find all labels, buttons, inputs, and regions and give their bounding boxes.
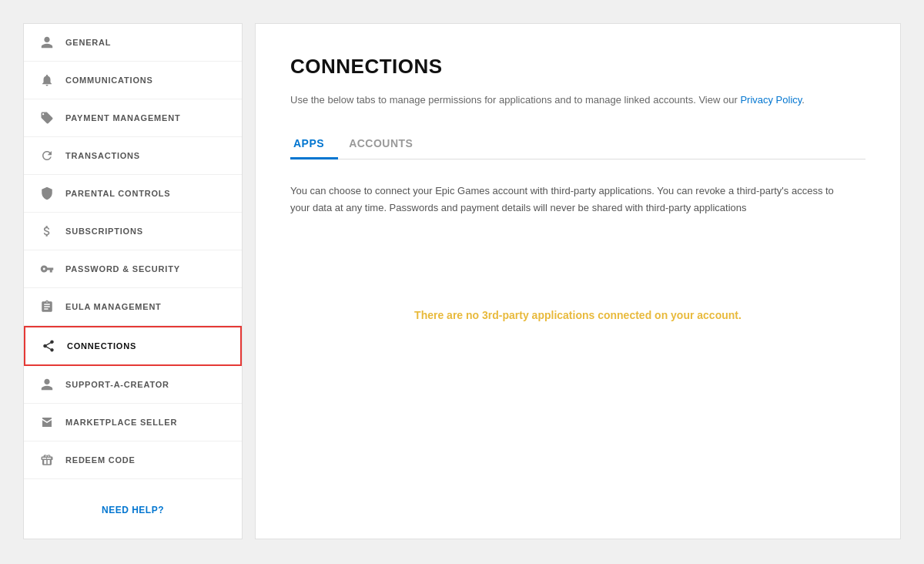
store-icon	[39, 415, 55, 430]
sidebar-item-transactions[interactable]: TRANSACTIONS	[24, 137, 242, 175]
tab-accounts[interactable]: ACCOUNTS	[346, 129, 427, 159]
sidebar-item-payment-management[interactable]: PAYMENT MANAGEMENT	[24, 99, 242, 137]
sidebar-item-communications[interactable]: COMMUNICATIONS	[24, 62, 242, 99]
sidebar-item-subscriptions-label: SUBSCRIPTIONS	[65, 227, 143, 236]
refresh-icon	[39, 148, 55, 163]
description-text: Use the below tabs to manage permissions…	[290, 94, 740, 106]
no-apps-message: There are no 3rd-party applications conn…	[290, 263, 865, 368]
page-title: CONNECTIONS	[290, 55, 865, 79]
shield-icon	[39, 186, 55, 201]
content-description: Use the below tabs to manage permissions…	[290, 92, 865, 108]
tab-apps[interactable]: APPS	[290, 129, 338, 159]
key-icon	[39, 261, 55, 277]
user-icon	[39, 35, 55, 50]
gift-icon	[39, 452, 55, 468]
privacy-policy-link[interactable]: Privacy Policy	[740, 94, 802, 106]
sidebar-item-password-security-label: PASSWORD & SECURITY	[65, 264, 180, 274]
clipboard-icon	[39, 299, 55, 314]
sidebar-item-redeem-code-label: REDEEM CODE	[65, 455, 136, 465]
sidebar-item-transactions-label: TRANSACTIONS	[65, 151, 140, 160]
bell-icon	[39, 72, 55, 88]
tag-icon	[39, 110, 55, 126]
sidebar-item-marketplace-seller[interactable]: MARKETPLACE SELLER	[24, 404, 242, 441]
sidebar-item-parental-controls-label: PARENTAL CONTROLS	[65, 189, 170, 198]
sidebar-item-marketplace-seller-label: MARKETPLACE SELLER	[65, 418, 177, 427]
sidebar-item-redeem-code[interactable]: REDEEM CODE	[24, 441, 242, 479]
sidebar-item-password-security[interactable]: PASSWORD & SECURITY	[24, 250, 242, 288]
apps-description: You can choose to connect your Epic Game…	[290, 183, 845, 217]
sidebar-item-parental-controls[interactable]: PARENTAL CONTROLS	[24, 175, 242, 213]
sidebar-item-connections-label: CONNECTIONS	[67, 341, 136, 351]
sidebar-item-eula-management-label: EULA MANAGEMENT	[65, 302, 162, 311]
sidebar-item-general-label: GENERAL	[65, 38, 111, 47]
sidebar-item-support-a-creator-label: SUPPORT-A-CREATOR	[65, 380, 169, 389]
sidebar-item-eula-management[interactable]: EULA MANAGEMENT	[24, 288, 242, 326]
sidebar-item-payment-management-label: PAYMENT MANAGEMENT	[65, 113, 180, 123]
sidebar-item-support-a-creator[interactable]: SUPPORT-A-CREATOR	[24, 366, 242, 404]
creator-icon	[39, 377, 55, 392]
dollar-icon	[39, 223, 55, 239]
need-help-container: NEED HELP?	[24, 488, 242, 531]
sidebar-item-subscriptions[interactable]: SUBSCRIPTIONS	[24, 213, 242, 250]
description-end: .	[802, 94, 805, 106]
sidebar-item-communications-label: COMMUNICATIONS	[65, 76, 153, 85]
share-icon	[41, 338, 56, 354]
sidebar: GENERAL COMMUNICATIONS PAYMENT MAN	[23, 23, 243, 539]
tabs-container: APPS ACCOUNTS	[290, 129, 865, 159]
content-area: CONNECTIONS Use the below tabs to manage…	[255, 23, 901, 539]
sidebar-item-general[interactable]: GENERAL	[24, 24, 242, 62]
sidebar-item-connections[interactable]: CONNECTIONS	[24, 326, 242, 366]
need-help-link[interactable]: NEED HELP?	[102, 505, 164, 515]
